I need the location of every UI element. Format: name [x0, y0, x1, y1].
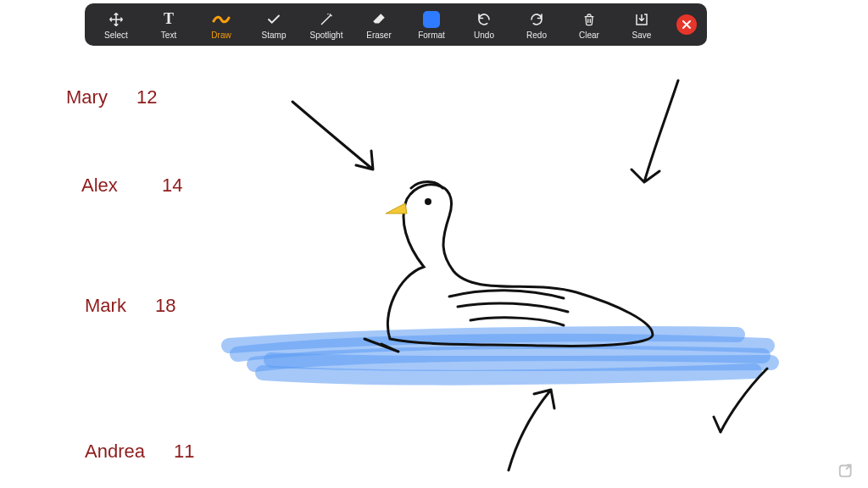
- text-label: Text: [161, 30, 176, 40]
- annotation-name: Alex: [81, 175, 118, 197]
- close-icon: [682, 19, 692, 30]
- format-swatch-icon: [423, 10, 440, 29]
- redo-label: Redo: [526, 30, 547, 40]
- eraser-label: Eraser: [366, 30, 391, 40]
- undo-tool[interactable]: Undo: [458, 3, 510, 46]
- arrow-stroke: [292, 80, 767, 470]
- annotation-text[interactable]: Mary 12: [66, 86, 158, 108]
- stamp-label: Stamp: [262, 30, 287, 40]
- undo-icon: [476, 10, 492, 29]
- save-label: Save: [632, 30, 652, 40]
- drawing-canvas: [0, 0, 868, 488]
- annotation-name: Mary: [66, 86, 108, 108]
- text-icon: T: [164, 10, 174, 29]
- select-label: Select: [104, 30, 128, 40]
- swan-beak: [386, 203, 407, 214]
- clear-label: Clear: [579, 30, 599, 40]
- check-icon: [266, 10, 281, 29]
- swan-eye: [425, 198, 431, 205]
- water-stroke: [229, 334, 771, 378]
- undo-label: Undo: [474, 30, 494, 40]
- redo-tool[interactable]: Redo: [510, 3, 563, 46]
- format-label: Format: [418, 30, 445, 40]
- text-tool[interactable]: T Text: [142, 3, 195, 46]
- move-icon: [108, 10, 124, 29]
- share-icon: [837, 461, 856, 480]
- annotation-text[interactable]: Alex 14: [81, 175, 182, 197]
- stamp-tool[interactable]: Stamp: [248, 3, 300, 46]
- annotation-value: 14: [162, 175, 182, 197]
- draw-tool[interactable]: Draw: [195, 3, 248, 46]
- eraser-tool[interactable]: Eraser: [353, 3, 405, 46]
- select-tool[interactable]: Select: [90, 3, 142, 46]
- annotation-name: Andrea: [85, 441, 145, 463]
- swan-drawing: [387, 182, 653, 347]
- save-tool[interactable]: Save: [615, 3, 668, 46]
- annotation-toolbar: Select T Text Draw Stamp Spotlight: [85, 3, 707, 46]
- annotation-text[interactable]: Andrea 11: [85, 441, 195, 463]
- format-tool[interactable]: Format: [405, 3, 458, 46]
- annotation-text[interactable]: Mark 18: [85, 295, 176, 317]
- spotlight-label: Spotlight: [310, 30, 343, 40]
- clear-tool[interactable]: Clear: [563, 3, 615, 46]
- spotlight-tool[interactable]: Spotlight: [300, 3, 353, 46]
- wand-icon: [319, 10, 334, 29]
- draw-icon: [212, 10, 231, 29]
- annotation-value: 12: [136, 86, 157, 108]
- annotation-value: 11: [174, 441, 194, 463]
- eraser-icon: [371, 10, 387, 29]
- redo-icon: [529, 10, 544, 29]
- download-icon: [634, 10, 649, 29]
- trash-icon: [582, 10, 596, 29]
- annotation-value: 18: [155, 295, 175, 317]
- draw-label: Draw: [211, 30, 231, 40]
- close-toolbar-button[interactable]: [676, 14, 697, 35]
- annotation-name: Mark: [85, 295, 126, 317]
- share-button[interactable]: [837, 461, 856, 480]
